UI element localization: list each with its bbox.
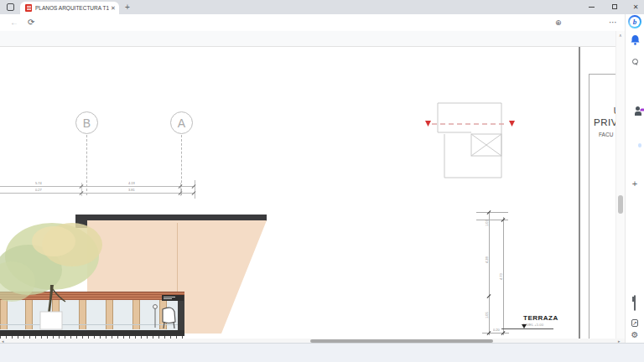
navigation-bar: ← ⟳ i Archivo | D:/Users/JOAR/Desktop/UP…	[0, 14, 644, 31]
basket-icon[interactable]	[628, 88, 641, 101]
wall-sloped	[183, 220, 267, 334]
tab-preview-icon[interactable]	[628, 296, 641, 309]
discover-icon[interactable]	[628, 124, 641, 137]
minimize-button[interactable]	[587, 3, 595, 11]
refresh-icon[interactable]: ⟳	[28, 17, 34, 28]
dimension-label: 1.05	[485, 312, 489, 318]
sidebar-settings-icon[interactable]: ⚙	[628, 330, 641, 344]
vertical-scrollbar[interactable]: ∧	[615, 31, 625, 339]
dimension-label: 0.27	[35, 188, 42, 192]
collections-icon[interactable]: ⊕	[555, 17, 562, 28]
taskbar: A Ps G	[0, 343, 644, 362]
room-label: TERRAZA	[523, 314, 558, 322]
tab-actions-icon[interactable]	[7, 3, 14, 11]
pdf-toolbar: ≡ ✎ Dibujar Lectura en voz alta − + de 2…	[0, 31, 625, 47]
camera-icon[interactable]	[628, 142, 641, 155]
chair-illustration	[151, 303, 181, 331]
furniture-label	[162, 295, 184, 301]
tab-strip: PLANOS ARQUITECTURA T10.p ✕ + ✕	[0, 0, 644, 14]
pdf-file-icon	[25, 4, 32, 12]
new-tab-button[interactable]: +	[125, 3, 130, 12]
section-marker-icon	[509, 121, 515, 127]
key-plan	[417, 90, 522, 183]
dimension-label: 4.73	[499, 273, 503, 280]
games-icon[interactable]	[628, 160, 641, 173]
grid-axis-a: A	[170, 111, 193, 134]
browser-window: PLANOS ARQUITECTURA T10.p ✕ + ✕ ← ⟳ i Ar…	[0, 0, 644, 362]
dimension-label: 4.28	[485, 256, 489, 263]
tab-close-icon[interactable]: ✕	[111, 5, 116, 12]
back-icon[interactable]: ←	[10, 17, 18, 28]
close-button[interactable]: ✕	[631, 3, 640, 11]
open-external-icon[interactable]: ↗	[628, 313, 641, 327]
grid-axis-b: B	[75, 111, 98, 134]
notifications-bell-icon[interactable]	[628, 34, 641, 47]
dimension-label: 0.20	[493, 328, 500, 332]
title-block: U PRIV FACU	[589, 74, 615, 339]
shopping-tag-icon[interactable]	[628, 70, 641, 83]
scroll-up-icon[interactable]: ∧	[619, 33, 622, 38]
level-marker-icon	[522, 324, 527, 328]
tab-title: PLANOS ARQUITECTURA T10.p	[35, 5, 109, 11]
title-block-text: PRIV	[594, 117, 615, 127]
dimension-label: 4.19	[128, 181, 135, 185]
sidebar-search-icon[interactable]	[628, 53, 641, 66]
page-border	[579, 47, 580, 339]
dimension-label: 3.81	[128, 188, 135, 192]
tab-pdf[interactable]: PLANOS ARQUITECTURA T10.p ✕	[20, 2, 119, 14]
sidebar-add-icon[interactable]: +	[628, 178, 641, 192]
dimension-label: 1.03	[485, 220, 489, 226]
pdf-page: B A 5.74 0.27 4.19 3.81	[0, 47, 615, 339]
dimension-label: 5.74	[35, 181, 42, 185]
tree-illustration	[0, 208, 111, 335]
maximize-button[interactable]	[610, 3, 619, 11]
section-marker-icon	[425, 121, 431, 127]
more-menu-icon[interactable]: ⋯	[609, 17, 617, 28]
people-icon[interactable]	[628, 106, 641, 119]
copilot-icon[interactable]: b	[628, 15, 641, 28]
title-block-text: FACU	[599, 132, 613, 137]
vertical-scrollbar-thumb[interactable]	[618, 195, 623, 214]
